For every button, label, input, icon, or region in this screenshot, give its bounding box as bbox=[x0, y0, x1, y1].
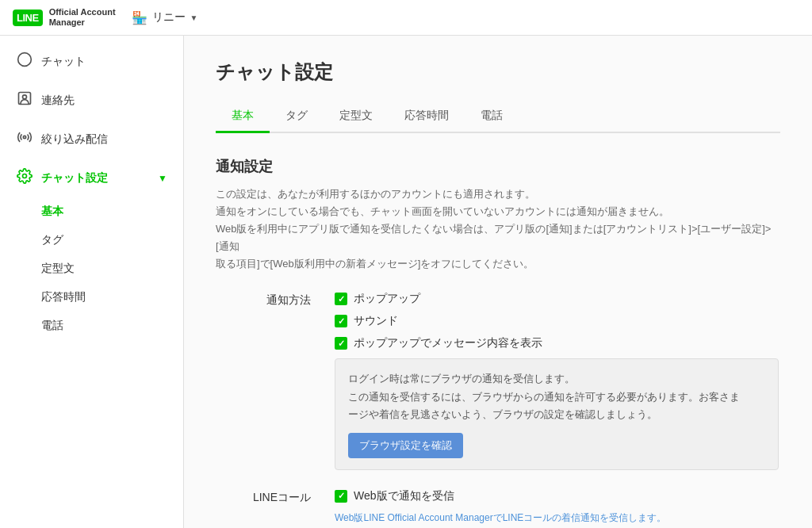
app-layout: チャット 連絡先 絞り込み配信 チャット設定 ▼ 基本 タグ 定型文 応答 bbox=[0, 36, 812, 528]
sidebar-broadcast-label: 絞り込み配信 bbox=[41, 132, 108, 147]
checkbox-popup-box: ✓ bbox=[335, 293, 347, 305]
tab-templates[interactable]: 定型文 bbox=[324, 101, 389, 133]
svg-point-4 bbox=[23, 174, 27, 178]
line-call-note: Web版LINE Official Account ManagerでLINEコー… bbox=[335, 511, 780, 525]
sidebar: チャット 連絡先 絞り込み配信 チャット設定 ▼ 基本 タグ 定型文 応答 bbox=[0, 36, 184, 528]
tab-phone[interactable]: 電話 bbox=[465, 101, 519, 133]
chevron-down-icon: ▼ bbox=[190, 13, 198, 22]
main-content: チャット設定 基本 タグ 定型文 応答時間 電話 通知設定 この設定は、あなたが… bbox=[184, 36, 812, 528]
checkbox-sound-box: ✓ bbox=[335, 315, 347, 327]
info-line1: ログイン時は常にブラウザの通知を受信します。 bbox=[348, 370, 765, 388]
sidebar-chat-settings[interactable]: チャット設定 ▼ bbox=[0, 159, 183, 197]
tab-response-time[interactable]: 応答時間 bbox=[389, 101, 465, 133]
chat-settings-sub-items: 基本 タグ 定型文 応答時間 電話 bbox=[0, 197, 183, 340]
sidebar-chat-label: チャット bbox=[41, 55, 86, 69]
app-header: LINE Official AccountManager 🏪 リニー ▼ bbox=[0, 0, 812, 36]
notification-description: この設定は、あなたが利用するほかのアカウントにも適用されます。 通知をオンにして… bbox=[216, 186, 780, 273]
line-logo-icon: LINE bbox=[13, 10, 43, 26]
svg-point-2 bbox=[23, 95, 27, 99]
logo-subtitle: Official AccountManager bbox=[49, 7, 116, 28]
line-call-label: LINEコール bbox=[216, 489, 311, 505]
desc-line1: この設定は、あなたが利用するほかのアカウントにも適用されます。 bbox=[216, 186, 780, 203]
sidebar-sub-item-basic[interactable]: 基本 bbox=[41, 197, 183, 226]
expand-arrow-icon: ▼ bbox=[158, 173, 167, 184]
broadcast-icon bbox=[16, 129, 33, 149]
checkbox-web-notification-label: Web版で通知を受信 bbox=[354, 489, 454, 503]
line-call-controls: ✓ Web版で通知を受信 Web版LINE Official Account M… bbox=[335, 489, 780, 525]
checkbox-sound-label: サウンド bbox=[354, 314, 398, 328]
browser-settings-button[interactable]: ブラウザ設定を確認 bbox=[348, 433, 463, 458]
svg-point-3 bbox=[23, 136, 25, 138]
account-selector[interactable]: 🏪 リニー ▼ bbox=[132, 10, 198, 25]
gear-icon bbox=[16, 168, 33, 188]
notification-section: 通知設定 この設定は、あなたが利用するほかのアカウントにも適用されます。 通知を… bbox=[216, 157, 780, 525]
checkbox-popup-message[interactable]: ✓ ポップアップでメッセージ内容を表示 bbox=[335, 336, 780, 350]
notification-checkboxes: ✓ ポップアップ ✓ サウンド ✓ ポップアップでメッセージ内容を表示 bbox=[335, 292, 780, 469]
tab-tags[interactable]: タグ bbox=[270, 101, 324, 133]
app-logo: LINE Official AccountManager bbox=[13, 7, 116, 28]
line-call-section: LINEコール ✓ Web版で通知を受信 Web版LINE Official A… bbox=[216, 489, 780, 525]
sidebar-sub-item-tags[interactable]: タグ bbox=[41, 226, 183, 254]
info-line2: この通知を受信するには、ブラウザからの通知を許可する必要があります。お客さま bbox=[348, 388, 765, 406]
tab-bar: 基本 タグ 定型文 応答時間 電話 bbox=[216, 101, 780, 133]
sidebar-sub-item-templates[interactable]: 定型文 bbox=[41, 254, 183, 283]
sidebar-item-broadcast[interactable]: 絞り込み配信 bbox=[0, 120, 183, 159]
sidebar-sub-item-phone[interactable]: 電話 bbox=[41, 312, 183, 340]
notification-method-row: 通知方法 ✓ ポップアップ ✓ サウンド ✓ ポップアップでメッセージ内容を表示 bbox=[216, 292, 780, 469]
sidebar-item-contacts[interactable]: 連絡先 bbox=[0, 81, 183, 120]
contacts-icon bbox=[16, 90, 33, 110]
info-line2-cont: ージや着信を見逃さないよう、ブラウザの設定を確認しましょう。 bbox=[348, 406, 765, 423]
desc-line4: 取る項目]で[Web版利用中の新着メッセージ]をオフにしてください。 bbox=[216, 255, 780, 273]
tab-basic[interactable]: 基本 bbox=[216, 101, 270, 133]
checkbox-popup-label: ポップアップ bbox=[354, 292, 420, 306]
page-title: チャット設定 bbox=[216, 59, 780, 85]
notification-method-label: 通知方法 bbox=[216, 292, 311, 308]
checkbox-sound[interactable]: ✓ サウンド bbox=[335, 314, 780, 328]
info-box-text: ログイン時は常にブラウザの通知を受信します。 この通知を受信するには、ブラウザか… bbox=[348, 370, 765, 423]
sidebar-item-chat[interactable]: チャット bbox=[0, 42, 183, 81]
sidebar-contacts-label: 連絡先 bbox=[41, 94, 75, 108]
desc-line3: Web版を利用中にアプリ版で通知を受信したくない場合は、アプリ版の[通知]または… bbox=[216, 220, 780, 255]
sidebar-sub-item-response-time[interactable]: 応答時間 bbox=[41, 283, 183, 312]
store-icon: 🏪 bbox=[132, 10, 147, 25]
desc-line2: 通知をオンにしている場合でも、チャット画面を開いていないアカウントには通知が届き… bbox=[216, 203, 780, 220]
browser-notification-info-box: ログイン時は常にブラウザの通知を受信します。 この通知を受信するには、ブラウザか… bbox=[335, 358, 779, 469]
checkbox-popup[interactable]: ✓ ポップアップ bbox=[335, 292, 780, 306]
chat-icon bbox=[16, 52, 33, 71]
checkbox-popup-message-label: ポップアップでメッセージ内容を表示 bbox=[354, 336, 542, 350]
checkbox-web-notification[interactable]: ✓ Web版で通知を受信 bbox=[335, 489, 780, 503]
account-name: リニー bbox=[152, 10, 186, 25]
checkbox-web-notification-box: ✓ bbox=[335, 490, 347, 503]
notification-section-title: 通知設定 bbox=[216, 157, 780, 176]
chat-settings-label: チャット設定 bbox=[41, 171, 108, 186]
checkbox-popup-message-box: ✓ bbox=[335, 337, 347, 350]
